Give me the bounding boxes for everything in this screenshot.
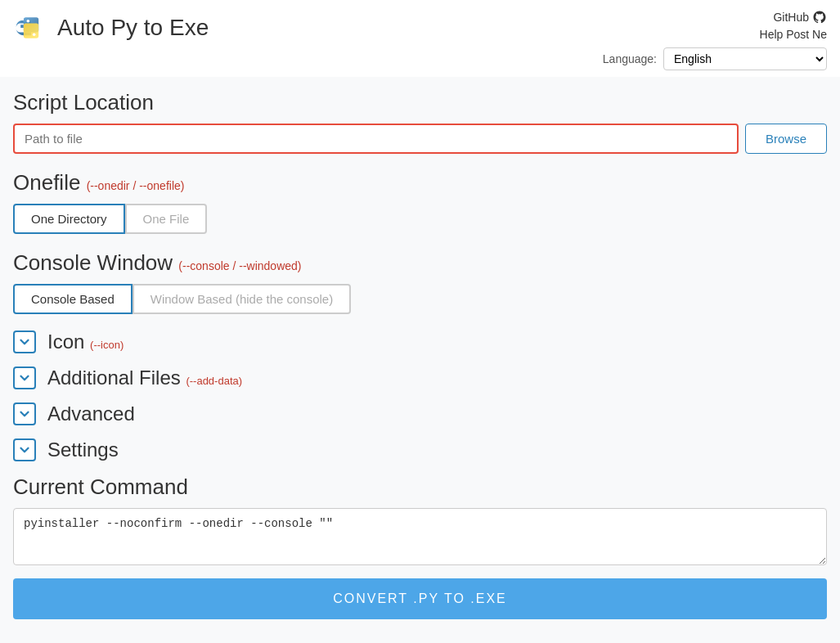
python-logo-icon [13, 10, 49, 46]
onefile-subtitle: (--onedir / --onefile) [87, 179, 185, 192]
chevron-down-icon-4 [17, 443, 32, 457]
svg-rect-1 [24, 24, 38, 38]
console-window-title-text: Console Window [13, 250, 173, 275]
console-toggle-group: Console Based Window Based (hide the con… [13, 284, 827, 314]
icon-label: Icon (--icon) [47, 330, 124, 353]
advanced-section: Advanced [13, 402, 827, 425]
icon-section: Icon (--icon) [13, 330, 827, 353]
icon-collapse-checkbox[interactable] [13, 330, 36, 353]
one-directory-button[interactable]: One Directory [13, 204, 125, 234]
console-window-section: Console Window (--console / --windowed) … [13, 250, 827, 314]
svg-point-2 [27, 20, 30, 23]
icon-label-text: Icon [47, 330, 84, 353]
onefile-title-text: Onefile [13, 170, 80, 195]
settings-collapse-checkbox[interactable] [13, 438, 36, 461]
svg-point-3 [33, 33, 36, 36]
onefile-section: Onefile (--onedir / --onefile) One Direc… [13, 170, 827, 234]
convert-button[interactable]: CONVERT .PY TO .EXE [13, 578, 827, 619]
settings-label: Settings [47, 438, 119, 461]
logo-area: Auto Py to Exe [13, 10, 209, 46]
additional-files-label: Additional Files (--add-data) [47, 366, 242, 389]
additional-files-collapse-checkbox[interactable] [13, 366, 36, 389]
window-based-button[interactable]: Window Based (hide the console) [133, 284, 351, 314]
current-command-section: Current Command [13, 474, 827, 569]
onefile-toggle-group: One Directory One File [13, 204, 827, 234]
header-links: GitHub Help Post Ne Language: English Ch… [603, 10, 827, 70]
console-based-button[interactable]: Console Based [13, 284, 133, 314]
onefile-title: Onefile (--onedir / --onefile) [13, 170, 827, 196]
language-row: Language: English Chinese (Simplified) F… [603, 47, 827, 70]
app-title: Auto Py to Exe [57, 15, 209, 41]
header: Auto Py to Exe GitHub Help Post Ne Langu… [0, 0, 840, 77]
console-window-title: Console Window (--console / --windowed) [13, 250, 827, 276]
additional-files-section: Additional Files (--add-data) [13, 366, 827, 389]
github-label: GitHub [773, 11, 809, 24]
one-file-button[interactable]: One File [125, 204, 208, 234]
console-window-subtitle: (--console / --windowed) [178, 259, 301, 272]
additional-files-label-text: Additional Files [47, 366, 181, 389]
chevron-down-icon-2 [17, 371, 32, 385]
language-select[interactable]: English Chinese (Simplified) French Germ… [663, 47, 827, 70]
additional-files-subtitle: (--add-data) [186, 375, 242, 387]
main-content: Script Location Browse Onefile (--onedir… [0, 77, 840, 632]
advanced-collapse-checkbox[interactable] [13, 402, 36, 425]
chevron-down-icon [17, 335, 32, 349]
help-link[interactable]: Help Post Ne [603, 28, 827, 41]
browse-button[interactable]: Browse [745, 124, 827, 154]
github-icon [812, 10, 827, 25]
advanced-label: Advanced [47, 402, 135, 425]
script-location-row: Browse [13, 124, 827, 154]
command-output[interactable] [13, 508, 827, 565]
icon-subtitle: (--icon) [90, 339, 124, 351]
chevron-down-icon-3 [17, 407, 32, 421]
language-label: Language: [603, 52, 657, 65]
github-link[interactable]: GitHub [603, 10, 827, 25]
current-command-title: Current Command [13, 474, 827, 500]
help-label: Help Post Ne [760, 28, 827, 41]
script-location-section: Script Location Browse [13, 90, 827, 154]
script-location-title: Script Location [13, 90, 827, 115]
settings-section: Settings [13, 438, 827, 461]
path-input[interactable] [13, 124, 739, 154]
